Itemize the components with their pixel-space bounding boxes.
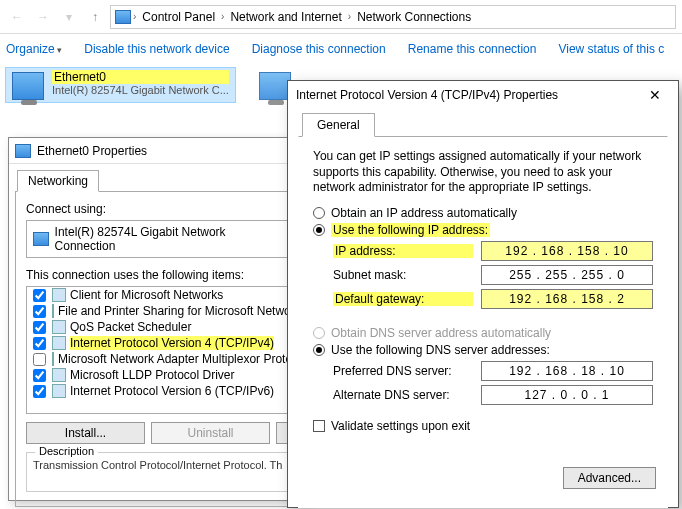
tab-general[interactable]: General: [302, 113, 375, 137]
install-button[interactable]: Install...: [26, 422, 145, 444]
protocol-label: Microsoft Network Adapter Multiplexor Pr…: [58, 352, 290, 366]
diagnose-button[interactable]: Diagnose this connection: [252, 42, 386, 56]
radio-icon: [313, 327, 325, 339]
chevron-right-icon: ›: [221, 11, 224, 22]
connect-using-label: Connect using:: [26, 202, 290, 216]
ip-address-label: IP address:: [333, 244, 473, 258]
preferred-dns-label: Preferred DNS server:: [333, 364, 473, 378]
protocol-item[interactable]: Internet Protocol Version 4 (TCP/IPv4): [27, 335, 289, 351]
rename-button[interactable]: Rename this connection: [408, 42, 537, 56]
crumb-control-panel[interactable]: Control Panel: [138, 8, 219, 26]
networking-panel: Connect using: Intel(R) 82574L Gigabit N…: [15, 191, 301, 507]
close-icon[interactable]: ✕: [640, 87, 670, 103]
ethernet0-properties-window: Ethernet0 Properties Networking Connect …: [8, 137, 308, 501]
protocol-icon: [52, 304, 54, 318]
nav-history-icon[interactable]: ▾: [58, 6, 80, 28]
radio-icon: [313, 344, 325, 356]
ip-address-row: IP address: 192 . 168 . 158 . 10: [333, 241, 653, 261]
disable-device-button[interactable]: Disable this network device: [84, 42, 229, 56]
general-panel: You can get IP settings assigned automat…: [298, 136, 668, 508]
protocol-label: Microsoft LLDP Protocol Driver: [70, 368, 235, 382]
default-gateway-label: Default gateway:: [333, 292, 473, 306]
command-bar: Organize Disable this network device Dia…: [0, 34, 682, 64]
tab-networking[interactable]: Networking: [17, 170, 99, 192]
radio-icon: [313, 224, 325, 236]
crumb-network-connections[interactable]: Network Connections: [353, 8, 475, 26]
window-titlebar[interactable]: Internet Protocol Version 4 (TCP/IPv4) P…: [288, 81, 678, 109]
protocol-item[interactable]: Microsoft LLDP Protocol Driver: [27, 367, 289, 383]
checkbox[interactable]: [33, 305, 46, 318]
nav-back-icon[interactable]: ←: [6, 6, 28, 28]
default-gateway-row: Default gateway: 192 . 168 . 158 . 2: [333, 289, 653, 309]
subnet-mask-input[interactable]: 255 . 255 . 255 . 0: [481, 265, 653, 285]
alternate-dns-row: Alternate DNS server: 127 . 0 . 0 . 1: [333, 385, 653, 405]
radio-obtain-dns-auto: Obtain DNS server address automatically: [313, 326, 653, 340]
alternate-dns-label: Alternate DNS server:: [333, 388, 473, 402]
adapter-field[interactable]: Intel(R) 82574L Gigabit Network Connecti…: [26, 220, 290, 258]
checkbox[interactable]: [33, 337, 46, 350]
protocol-icon: [52, 336, 66, 350]
preferred-dns-row: Preferred DNS server: 192 . 168 . 18 . 1…: [333, 361, 653, 381]
items-label: This connection uses the following items…: [26, 268, 290, 282]
chevron-right-icon: ›: [133, 11, 136, 22]
view-status-button[interactable]: View status of this c: [558, 42, 664, 56]
intro-text: You can get IP settings assigned automat…: [313, 149, 653, 196]
checkbox[interactable]: [33, 353, 46, 366]
subnet-mask-row: Subnet mask: 255 . 255 . 255 . 0: [333, 265, 653, 285]
checkbox[interactable]: [33, 369, 46, 382]
connection-adapter: Intel(R) 82574L Gigabit Network C...: [52, 84, 229, 96]
crumb-network-internet[interactable]: Network and Internet: [226, 8, 345, 26]
connection-item-ethernet0[interactable]: Ethernet0 Intel(R) 82574L Gigabit Networ…: [6, 68, 235, 102]
radio-icon: [313, 207, 325, 219]
advanced-button[interactable]: Advanced...: [563, 467, 656, 489]
checkbox[interactable]: [33, 289, 46, 302]
uninstall-button: Uninstall: [151, 422, 270, 444]
radio-use-following-dns[interactable]: Use the following DNS server addresses:: [313, 343, 653, 357]
protocol-item[interactable]: Internet Protocol Version 6 (TCP/IPv6): [27, 383, 289, 399]
window-titlebar[interactable]: Ethernet0 Properties: [9, 138, 307, 164]
alternate-dns-input[interactable]: 127 . 0 . 0 . 1: [481, 385, 653, 405]
description-group: Description Transmission Control Protoco…: [26, 452, 290, 492]
protocol-label: Internet Protocol Version 4 (TCP/IPv4): [70, 336, 274, 350]
protocol-item[interactable]: Microsoft Network Adapter Multiplexor Pr…: [27, 351, 289, 367]
chevron-right-icon: ›: [348, 11, 351, 22]
description-text: Transmission Control Protocol/Internet P…: [33, 459, 283, 471]
ip-address-input[interactable]: 192 . 168 . 158 . 10: [481, 241, 653, 261]
nav-up-icon[interactable]: ↑: [84, 6, 106, 28]
adapter-name: Intel(R) 82574L Gigabit Network Connecti…: [55, 225, 283, 253]
subnet-mask-label: Subnet mask:: [333, 268, 473, 282]
protocol-list[interactable]: Client for Microsoft NetworksFile and Pr…: [26, 286, 290, 414]
window-title: Ethernet0 Properties: [37, 144, 147, 158]
checkbox[interactable]: [33, 321, 46, 334]
protocol-icon: [52, 320, 66, 334]
description-label: Description: [35, 445, 98, 457]
network-adapter-icon: [33, 232, 49, 246]
protocol-icon: [52, 384, 66, 398]
protocol-label: Internet Protocol Version 6 (TCP/IPv6): [70, 384, 274, 398]
default-gateway-input[interactable]: 192 . 168 . 158 . 2: [481, 289, 653, 309]
protocol-label: File and Printer Sharing for Microsoft N…: [58, 304, 290, 318]
address-bar: ← → ▾ ↑ › Control Panel › Network and In…: [0, 0, 682, 34]
checkbox[interactable]: [33, 385, 46, 398]
pc-icon: [115, 10, 131, 24]
breadcrumb[interactable]: › Control Panel › Network and Internet ›…: [110, 5, 676, 29]
checkbox-icon: [313, 420, 325, 432]
protocol-label: Client for Microsoft Networks: [70, 288, 223, 302]
protocol-item[interactable]: File and Printer Sharing for Microsoft N…: [27, 303, 289, 319]
organize-menu[interactable]: Organize: [6, 42, 62, 56]
radio-obtain-ip-auto[interactable]: Obtain an IP address automatically: [313, 206, 653, 220]
protocol-icon: [52, 352, 54, 366]
radio-use-following-ip[interactable]: Use the following IP address:: [313, 223, 653, 237]
protocol-label: QoS Packet Scheduler: [70, 320, 191, 334]
protocol-item[interactable]: Client for Microsoft Networks: [27, 287, 289, 303]
window-title: Internet Protocol Version 4 (TCP/IPv4) P…: [296, 88, 558, 102]
protocol-icon: [52, 288, 66, 302]
ipv4-properties-window: Internet Protocol Version 4 (TCP/IPv4) P…: [287, 80, 679, 508]
protocol-item[interactable]: QoS Packet Scheduler: [27, 319, 289, 335]
preferred-dns-input[interactable]: 192 . 168 . 18 . 10: [481, 361, 653, 381]
network-icon: [15, 144, 31, 158]
validate-settings-checkbox[interactable]: Validate settings upon exit: [313, 419, 653, 433]
network-adapter-icon: [12, 72, 44, 100]
protocol-icon: [52, 368, 66, 382]
nav-forward-icon[interactable]: →: [32, 6, 54, 28]
